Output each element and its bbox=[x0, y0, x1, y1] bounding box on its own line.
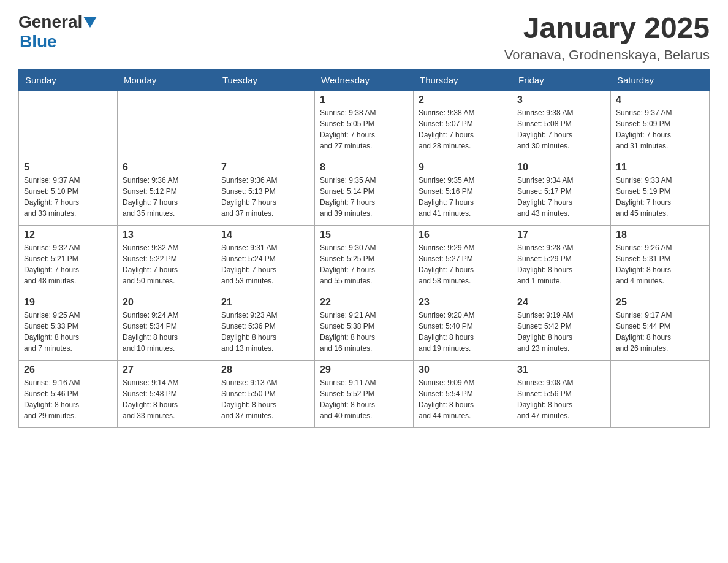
table-row: 16Sunrise: 9:29 AM Sunset: 5:27 PM Dayli… bbox=[414, 225, 512, 293]
day-info: Sunrise: 9:35 AM Sunset: 5:16 PM Dayligh… bbox=[419, 175, 507, 219]
day-number: 15 bbox=[320, 229, 408, 240]
logo: General Blue bbox=[18, 12, 97, 52]
day-info: Sunrise: 9:16 AM Sunset: 5:46 PM Dayligh… bbox=[24, 377, 112, 421]
day-info: Sunrise: 9:29 AM Sunset: 5:27 PM Dayligh… bbox=[419, 242, 507, 286]
day-info: Sunrise: 9:08 AM Sunset: 5:56 PM Dayligh… bbox=[517, 377, 605, 421]
day-info: Sunrise: 9:26 AM Sunset: 5:31 PM Dayligh… bbox=[616, 242, 704, 286]
day-number: 30 bbox=[419, 364, 507, 375]
calendar-month-year: January 2025 bbox=[504, 12, 710, 45]
logo-blue-text: Blue bbox=[20, 32, 57, 52]
calendar-week-row: 12Sunrise: 9:32 AM Sunset: 5:21 PM Dayli… bbox=[19, 225, 710, 293]
day-number: 21 bbox=[221, 297, 309, 308]
calendar-week-row: 26Sunrise: 9:16 AM Sunset: 5:46 PM Dayli… bbox=[19, 360, 710, 427]
day-number: 25 bbox=[616, 297, 704, 308]
day-number: 31 bbox=[517, 364, 605, 375]
day-number: 13 bbox=[123, 229, 211, 240]
table-row: 1Sunrise: 9:38 AM Sunset: 5:05 PM Daylig… bbox=[315, 90, 414, 158]
day-number: 1 bbox=[320, 94, 408, 105]
calendar-week-row: 19Sunrise: 9:25 AM Sunset: 5:33 PM Dayli… bbox=[19, 293, 710, 360]
table-row: 9Sunrise: 9:35 AM Sunset: 5:16 PM Daylig… bbox=[414, 158, 512, 225]
table-row: 10Sunrise: 9:34 AM Sunset: 5:17 PM Dayli… bbox=[512, 158, 611, 225]
table-row: 24Sunrise: 9:19 AM Sunset: 5:42 PM Dayli… bbox=[512, 293, 611, 360]
calendar-week-row: 5Sunrise: 9:37 AM Sunset: 5:10 PM Daylig… bbox=[19, 158, 710, 225]
table-row: 11Sunrise: 9:33 AM Sunset: 5:19 PM Dayli… bbox=[611, 158, 710, 225]
day-number: 4 bbox=[616, 94, 704, 105]
day-number: 17 bbox=[517, 229, 605, 240]
day-info: Sunrise: 9:13 AM Sunset: 5:50 PM Dayligh… bbox=[221, 377, 309, 421]
day-number: 12 bbox=[24, 229, 112, 240]
day-info: Sunrise: 9:25 AM Sunset: 5:33 PM Dayligh… bbox=[24, 310, 112, 354]
day-number: 8 bbox=[320, 162, 408, 173]
day-number: 7 bbox=[221, 162, 309, 173]
table-row bbox=[611, 360, 710, 427]
day-number: 28 bbox=[221, 364, 309, 375]
table-row: 8Sunrise: 9:35 AM Sunset: 5:14 PM Daylig… bbox=[315, 158, 414, 225]
table-row: 17Sunrise: 9:28 AM Sunset: 5:29 PM Dayli… bbox=[512, 225, 611, 293]
col-wednesday: Wednesday bbox=[315, 69, 414, 90]
col-monday: Monday bbox=[118, 69, 216, 90]
day-number: 18 bbox=[616, 229, 704, 240]
day-info: Sunrise: 9:31 AM Sunset: 5:24 PM Dayligh… bbox=[221, 242, 309, 286]
table-row: 31Sunrise: 9:08 AM Sunset: 5:56 PM Dayli… bbox=[512, 360, 611, 427]
day-number: 6 bbox=[123, 162, 211, 173]
table-row: 4Sunrise: 9:37 AM Sunset: 5:09 PM Daylig… bbox=[611, 90, 710, 158]
table-row: 2Sunrise: 9:38 AM Sunset: 5:07 PM Daylig… bbox=[414, 90, 512, 158]
calendar-location: Voranava, Grodnenskaya, Belarus bbox=[504, 47, 710, 63]
day-info: Sunrise: 9:30 AM Sunset: 5:25 PM Dayligh… bbox=[320, 242, 408, 286]
day-number: 10 bbox=[517, 162, 605, 173]
day-number: 16 bbox=[419, 229, 507, 240]
page-header: General Blue January 2025 Voranava, Grod… bbox=[18, 12, 710, 63]
day-info: Sunrise: 9:38 AM Sunset: 5:05 PM Dayligh… bbox=[320, 107, 408, 151]
table-row: 23Sunrise: 9:20 AM Sunset: 5:40 PM Dayli… bbox=[414, 293, 512, 360]
table-row: 21Sunrise: 9:23 AM Sunset: 5:36 PM Dayli… bbox=[216, 293, 315, 360]
table-row: 3Sunrise: 9:38 AM Sunset: 5:08 PM Daylig… bbox=[512, 90, 611, 158]
table-row: 12Sunrise: 9:32 AM Sunset: 5:21 PM Dayli… bbox=[19, 225, 118, 293]
day-info: Sunrise: 9:38 AM Sunset: 5:07 PM Dayligh… bbox=[419, 107, 507, 151]
col-tuesday: Tuesday bbox=[216, 69, 315, 90]
day-info: Sunrise: 9:36 AM Sunset: 5:12 PM Dayligh… bbox=[123, 175, 211, 219]
day-number: 22 bbox=[320, 297, 408, 308]
table-row: 13Sunrise: 9:32 AM Sunset: 5:22 PM Dayli… bbox=[118, 225, 216, 293]
col-sunday: Sunday bbox=[19, 69, 118, 90]
day-info: Sunrise: 9:35 AM Sunset: 5:14 PM Dayligh… bbox=[320, 175, 408, 219]
table-row: 15Sunrise: 9:30 AM Sunset: 5:25 PM Dayli… bbox=[315, 225, 414, 293]
table-row: 7Sunrise: 9:36 AM Sunset: 5:13 PM Daylig… bbox=[216, 158, 315, 225]
day-info: Sunrise: 9:23 AM Sunset: 5:36 PM Dayligh… bbox=[221, 310, 309, 354]
day-info: Sunrise: 9:32 AM Sunset: 5:21 PM Dayligh… bbox=[24, 242, 112, 286]
day-number: 2 bbox=[419, 94, 507, 105]
day-info: Sunrise: 9:21 AM Sunset: 5:38 PM Dayligh… bbox=[320, 310, 408, 354]
table-row: 18Sunrise: 9:26 AM Sunset: 5:31 PM Dayli… bbox=[611, 225, 710, 293]
day-info: Sunrise: 9:24 AM Sunset: 5:34 PM Dayligh… bbox=[123, 310, 211, 354]
table-row: 22Sunrise: 9:21 AM Sunset: 5:38 PM Dayli… bbox=[315, 293, 414, 360]
calendar-table: Sunday Monday Tuesday Wednesday Thursday… bbox=[18, 69, 710, 428]
table-row: 28Sunrise: 9:13 AM Sunset: 5:50 PM Dayli… bbox=[216, 360, 315, 427]
logo-triangle-icon bbox=[83, 17, 97, 30]
day-info: Sunrise: 9:34 AM Sunset: 5:17 PM Dayligh… bbox=[517, 175, 605, 219]
day-number: 26 bbox=[24, 364, 112, 375]
day-info: Sunrise: 9:36 AM Sunset: 5:13 PM Dayligh… bbox=[221, 175, 309, 219]
table-row: 19Sunrise: 9:25 AM Sunset: 5:33 PM Dayli… bbox=[19, 293, 118, 360]
col-saturday: Saturday bbox=[611, 69, 710, 90]
col-friday: Friday bbox=[512, 69, 611, 90]
table-row bbox=[216, 90, 315, 158]
day-number: 5 bbox=[24, 162, 112, 173]
calendar-title-block: January 2025 Voranava, Grodnenskaya, Bel… bbox=[504, 12, 710, 63]
table-row: 5Sunrise: 9:37 AM Sunset: 5:10 PM Daylig… bbox=[19, 158, 118, 225]
logo-general-text: General bbox=[18, 12, 82, 32]
table-row: 26Sunrise: 9:16 AM Sunset: 5:46 PM Dayli… bbox=[19, 360, 118, 427]
col-thursday: Thursday bbox=[414, 69, 512, 90]
day-number: 3 bbox=[517, 94, 605, 105]
day-info: Sunrise: 9:37 AM Sunset: 5:09 PM Dayligh… bbox=[616, 107, 704, 151]
day-info: Sunrise: 9:09 AM Sunset: 5:54 PM Dayligh… bbox=[419, 377, 507, 421]
table-row: 20Sunrise: 9:24 AM Sunset: 5:34 PM Dayli… bbox=[118, 293, 216, 360]
day-number: 9 bbox=[419, 162, 507, 173]
day-info: Sunrise: 9:37 AM Sunset: 5:10 PM Dayligh… bbox=[24, 175, 112, 219]
day-info: Sunrise: 9:14 AM Sunset: 5:48 PM Dayligh… bbox=[123, 377, 211, 421]
table-row: 14Sunrise: 9:31 AM Sunset: 5:24 PM Dayli… bbox=[216, 225, 315, 293]
day-info: Sunrise: 9:20 AM Sunset: 5:40 PM Dayligh… bbox=[419, 310, 507, 354]
day-number: 11 bbox=[616, 162, 704, 173]
day-number: 20 bbox=[123, 297, 211, 308]
table-row bbox=[118, 90, 216, 158]
table-row: 29Sunrise: 9:11 AM Sunset: 5:52 PM Dayli… bbox=[315, 360, 414, 427]
day-number: 27 bbox=[123, 364, 211, 375]
